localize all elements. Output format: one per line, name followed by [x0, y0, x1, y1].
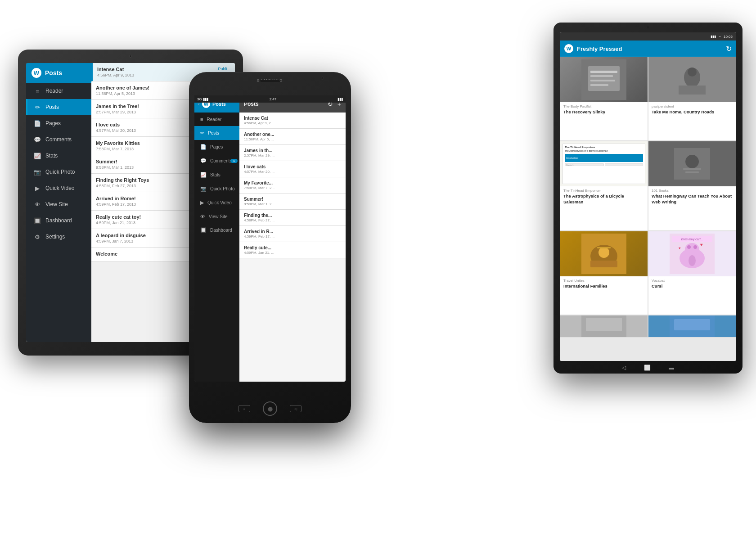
item-source: The TinHead Emporium: [563, 189, 644, 193]
thumb-body-pacifist: [560, 57, 648, 102]
sidebar-item-reader[interactable]: ≡ Reader: [26, 83, 91, 99]
nav-home-icon[interactable]: ⬜: [644, 365, 651, 371]
comments-icon: 💬: [34, 136, 41, 143]
phone-viewsite-icon: 👁: [200, 214, 205, 219]
thumb-101books: [648, 141, 736, 186]
comments-badge: 1: [230, 159, 238, 163]
list-item[interactable]: Arrived in R... 4:59PM, Feb 17, ...: [239, 226, 346, 242]
phone-dash-icon: 🔲: [200, 227, 207, 233]
post-title: Finding the...: [244, 213, 341, 218]
item-title: International Families: [563, 284, 644, 289]
svg-point-24: [693, 245, 697, 249]
grid-item-tinhead[interactable]: The TinHead Emporium The Astrophysics of…: [560, 141, 648, 231]
phone-sidebar-dashboard[interactable]: 🔲 Dashboard: [194, 223, 239, 237]
grid-item-vocabat[interactable]: ♥ ♥ Eros muy cari... Vocabat Cursi: [648, 231, 736, 315]
menu-button[interactable]: ≡: [238, 405, 250, 412]
item-title: The Astrophysics of a Bicycle Salesman: [563, 194, 644, 205]
grid-item-partial-right[interactable]: [648, 315, 736, 338]
sidebar-item-stats[interactable]: 📈 Stats: [26, 148, 91, 164]
phone-sidebar-quick-photo[interactable]: 📷 Quick Photo: [194, 182, 239, 196]
back-button-icon: ◁: [294, 407, 297, 411]
settings-icon: ⚙: [34, 233, 41, 240]
phone-posts-panel: Posts ↻ + Intense Cat 4:56PM, Apr 9, 2..…: [239, 95, 346, 382]
svg-rect-18: [590, 261, 617, 267]
nav-recent-icon[interactable]: ▬: [669, 365, 674, 371]
grid-item-text: Vocabat Cursi: [648, 276, 736, 315]
phone-pages-icon: 📄: [200, 144, 207, 150]
post-title: Summer!: [244, 197, 341, 202]
list-item[interactable]: Really cute... 4:59PM, Jan 21, ...: [239, 242, 346, 258]
post-title: Intense Cat: [244, 116, 341, 121]
post-meta: 4:59PM, Feb 17, ...: [244, 234, 341, 239]
tablet-right-nav-bar: ◁ ⬜ ▬: [560, 363, 736, 373]
phone-sidebar-reader[interactable]: ≡ Reader: [194, 113, 239, 126]
freshly-pressed-grid: The Body Pacifist The Recovery Slinky: [560, 57, 736, 361]
list-item[interactable]: Summer! 9:58PM, Mar 1, 2...: [239, 194, 346, 210]
post-title: Another one...: [244, 132, 341, 137]
phone-sidebar-quick-video[interactable]: ▶ Quick Video: [194, 196, 239, 210]
svg-point-25: [688, 255, 696, 266]
sidebar-item-posts[interactable]: ✏ Posts: [26, 99, 91, 115]
phone-comments-label: Comments: [210, 158, 232, 163]
toolbar-refresh-icon[interactable]: ↻: [726, 45, 732, 53]
sidebar-item-comments[interactable]: 💬 Comments: [26, 131, 91, 148]
phone-qvideo-icon: ▶: [200, 200, 204, 206]
phone-camera: [321, 77, 324, 80]
grid-item-body-pacifist[interactable]: The Body Pacifist The Recovery Slinky: [560, 57, 648, 141]
back-button[interactable]: ◁: [290, 405, 302, 412]
phone-sidebar-pages[interactable]: 📄 Pages: [194, 140, 239, 154]
phone-stats-label: Stats: [210, 172, 220, 177]
sidebar-item-quick-photo[interactable]: 📷 Quick Photo: [26, 164, 91, 180]
svg-point-23: [687, 245, 691, 249]
svg-rect-5: [590, 84, 608, 86]
list-item[interactable]: Another one... 11:56PM, Apr 5, ...: [239, 129, 346, 145]
phone-qphoto-icon: 📷: [200, 186, 207, 192]
phone-qphoto-label: Quick Photo: [210, 186, 234, 191]
post-title: Intense Cat: [97, 67, 230, 72]
thumb-tinhead: The TinHead Emporium The Astrophysics of…: [560, 141, 648, 186]
phone-sidebar-stats[interactable]: 📈 Stats: [194, 168, 239, 182]
dashboard-icon: 🔲: [34, 217, 41, 224]
home-button[interactable]: ⬤: [263, 401, 277, 416]
sidebar-item-dashboard[interactable]: 🔲 Dashboard: [26, 212, 91, 229]
tablet-right-wp-logo: W: [564, 44, 573, 53]
list-item[interactable]: I love cats 4:57PM, Mar 20, ...: [239, 161, 346, 177]
grid-item-101books[interactable]: 101 Books What Hemingway Can Teach You A…: [648, 141, 736, 231]
phone-stats-icon: 📈: [200, 172, 207, 178]
phone-sidebar-view-site[interactable]: 👁 View Site: [194, 210, 239, 223]
grid-item-travel[interactable]: Travel Unites International Families: [560, 231, 648, 315]
svg-rect-33: [674, 319, 710, 330]
sidebar-item-view-site[interactable]: 👁 View Site: [26, 196, 91, 212]
phone-sidebar-posts[interactable]: ✏ Posts: [194, 126, 239, 140]
post-title: My Favorite...: [244, 180, 341, 185]
svg-rect-14: [685, 171, 699, 173]
post-meta: 4:57PM, Mar 20, ...: [244, 170, 341, 174]
post-meta: 7:58PM, Mar 7, 2...: [244, 186, 341, 190]
list-item[interactable]: My Favorite... 7:58PM, Mar 7, 2...: [239, 177, 346, 194]
phone-pages-label: Pages: [210, 144, 223, 149]
sidebar-item-pages[interactable]: 📄 Pages: [26, 115, 91, 131]
tablet-right-status-bar: ▮▮▮ ⌣ 10:06: [560, 32, 736, 41]
comments-label: Comments: [45, 136, 72, 143]
list-item[interactable]: Intense Cat 4:56PM, Apr 9, 2...: [239, 113, 346, 129]
phone-nav-buttons: ≡ ⬤ ◁: [189, 401, 351, 416]
post-title: Really cute...: [244, 245, 341, 250]
tablet-left-sidebar: W Posts ≡ Reader ✏ Posts 📄 Pages: [26, 63, 91, 342]
phone-time: 2:47: [270, 97, 277, 101]
home-button-icon: ⬤: [268, 406, 273, 411]
grid-item-text: pastpersistent Take Me Home, Country Roa…: [648, 102, 736, 140]
post-meta: 4:59PM, Jan 21, ...: [244, 251, 341, 255]
list-item[interactable]: Finding the... 4:58PM, Feb 27, ...: [239, 210, 346, 226]
thumb-pastpersistent: [648, 57, 736, 102]
grid-item-partial-left[interactable]: [560, 315, 648, 338]
pages-label: Pages: [45, 120, 61, 126]
grid-item-pastpersistent[interactable]: pastpersistent Take Me Home, Country Roa…: [648, 57, 736, 141]
sidebar-item-quick-video[interactable]: ▶ Quick Video: [26, 180, 91, 196]
svg-rect-1: [588, 66, 620, 91]
settings-label: Settings: [45, 234, 65, 240]
nav-back-icon[interactable]: ◁: [622, 365, 626, 371]
list-item[interactable]: James in th... 2:57PM, Mar 29, ...: [239, 145, 346, 161]
item-title: Take Me Home, Country Roads: [652, 109, 733, 115]
sidebar-item-settings[interactable]: ⚙ Settings: [26, 229, 91, 245]
phone-sidebar-comments[interactable]: 💬 Comments 1: [194, 154, 239, 168]
